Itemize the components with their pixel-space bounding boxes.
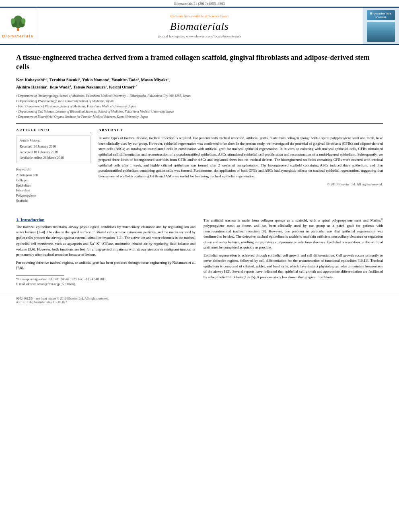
sciencedirect-name: ScienceDirect <box>208 14 228 18</box>
author-1: Ken Kobayashia,b, <box>16 78 49 82</box>
keyword-6: Scaffold <box>16 198 90 203</box>
author-2: Teruhisa Suzukia, <box>49 78 82 82</box>
article-info-header: ARTICLE INFO <box>16 128 90 133</box>
journal-badge: Biomaterials JOURNAL <box>367 10 395 20</box>
author-name-4: Yasuhiro Tada <box>111 78 138 82</box>
badge-subtitle: JOURNAL <box>369 16 393 18</box>
author-6: Akihiro Hazamac, <box>16 85 49 89</box>
keywords-label: Keywords: <box>16 167 90 171</box>
aff-text-a: Department of Otolaryngology, School of … <box>18 94 191 99</box>
intro-body-text: The tracheal epithelium maintains airway… <box>16 224 195 271</box>
article-history-block: Article history: Received 14 January 201… <box>16 136 90 163</box>
author-7: Ikuo Wadad, <box>49 85 73 89</box>
elsevier-wordmark: Biomaterials <box>2 34 33 38</box>
author-sup-8: e <box>106 84 107 87</box>
body-left-column: 1. Introduction The tracheal epithelium … <box>16 217 195 287</box>
keyword-4: Fibroblast <box>16 188 90 193</box>
intro-number: 1. <box>16 217 19 222</box>
aff-text-e: Department of Bioartificial Organs, Inst… <box>18 115 148 119</box>
aff-sup-e: e <box>16 115 17 119</box>
badge-title-text: Biomaterials <box>369 12 393 15</box>
copyright-line: © 2010 Elsevier Ltd. All rights reserved… <box>99 182 383 186</box>
author-9: Koichi Omoria,* <box>109 85 137 89</box>
footer: 0142-9612/$ – see front matter © 2010 El… <box>0 295 399 306</box>
page-wrapper: Biomaterials 31 (2010) 4855–4863 Biomate… <box>0 0 399 306</box>
footer-doi: doi:10.1016/j.biomaterials.2010.02.027 <box>16 300 383 304</box>
sciencedirect-link[interactable]: Contents lists available at ScienceDirec… <box>171 14 229 18</box>
date-available: Available online 26 March 2010 <box>20 155 87 161</box>
intro-para-2: For covering defective tracheal regions,… <box>16 260 195 271</box>
affiliation-c: c First Department of Physiology, School… <box>16 104 383 109</box>
intro-title-text: Introduction <box>21 217 45 222</box>
intro-para-1: The tracheal epithelium maintains airway… <box>16 224 195 258</box>
author-sup-9: a,* <box>134 84 137 87</box>
right-para-1: The artificial trachea is made from coll… <box>204 217 383 251</box>
journal-header: Biomaterials Contents lists available at… <box>0 7 399 45</box>
affiliation-b: b Department of Pharmacology, Keio Unive… <box>16 99 383 104</box>
abstract-paragraph: In some types of tracheal disease, trach… <box>99 136 383 179</box>
author-name-1: Ken Kobayashi <box>16 78 44 82</box>
author-name-5: Masao Miyake <box>141 78 167 82</box>
affiliation-e: e Department of Bioartificial Organs, In… <box>16 115 383 119</box>
aff-text-c: First Department of Physiology, School o… <box>18 104 136 109</box>
abstract-header: ABSTRACT <box>99 128 383 133</box>
footnote-corresponding: * Corresponding author. Tel.: +81 24 547… <box>16 277 195 282</box>
author-name-6: Akihiro Hazama <box>16 85 46 89</box>
history-label: Article history: <box>20 138 87 142</box>
footnote-email: E-mail address: omori@fmu.ac.jp (K. Omor… <box>16 282 195 287</box>
author-sup-3: a <box>108 77 109 80</box>
affiliations: a Department of Otolaryngology, School o… <box>16 94 383 119</box>
article-content: A tissue-engineered trachea derived from… <box>0 45 399 212</box>
footnote-divider <box>16 275 64 275</box>
keyword-5: Polypropylene <box>16 193 90 198</box>
date-received: Received 14 January 2010 <box>20 144 87 150</box>
author-3: Yukio Nomotoa, <box>82 78 111 82</box>
contents-text: Contents lists available at <box>171 14 208 18</box>
aff-text-b: Department of Pharmacology, Keio Univers… <box>19 99 114 104</box>
svg-point-4 <box>10 18 14 24</box>
author-name-3: Yukio Nomoto <box>82 78 108 82</box>
author-sup-6: c <box>46 84 47 87</box>
body-right-column: The artificial trachea is made from coll… <box>204 217 383 287</box>
author-8: Tatsuo Nakamurae, <box>73 85 109 89</box>
author-sup-1: a,b <box>44 77 47 80</box>
footer-issn: 0142-9612/$ – see front matter © 2010 El… <box>16 297 383 300</box>
main-body: 1. Introduction The tracheal epithelium … <box>0 212 399 295</box>
author-sup-7: d <box>70 84 71 87</box>
citation-bar: Biomaterials 31 (2010) 4855–4863 <box>0 0 399 7</box>
author-5: Masao Miyakec, <box>141 78 170 82</box>
keywords-block: Keywords: Autologous cell Collagen Epith… <box>16 167 90 203</box>
author-sup-4: a <box>138 77 139 80</box>
authors-line: Ken Kobayashia,b, Teruhisa Suzukia, Yuki… <box>16 77 383 91</box>
intro-section-title: 1. Introduction <box>16 217 195 222</box>
abstract-text: In some types of tracheal disease, trach… <box>99 136 383 179</box>
right-body-text: The artificial trachea is made from coll… <box>204 217 383 280</box>
date-accepted: Accepted 10 February 2010 <box>20 150 87 155</box>
author-name-2: Teruhisa Suzuki <box>49 78 79 82</box>
journal-badge-area: Biomaterials JOURNAL <box>363 8 399 44</box>
right-para-2: Epithelial regeneration is achieved thro… <box>204 253 383 280</box>
svg-point-5 <box>21 18 25 24</box>
info-abstract-layout: ARTICLE INFO Article history: Received 1… <box>16 128 383 203</box>
journal-homepage: journal homepage: www.elsevier.com/locat… <box>158 34 241 38</box>
keyword-1: Autologous cell <box>16 173 90 178</box>
article-title: A tissue-engineered trachea derived from… <box>16 53 383 72</box>
badge-image <box>367 22 395 42</box>
author-sup-2: a <box>79 77 80 80</box>
journal-header-center: Contents lists available at ScienceDirec… <box>36 8 363 44</box>
aff-sup-c: c <box>16 104 17 109</box>
elsevier-logo: Biomaterials <box>2 14 33 38</box>
author-name-9: Koichi Omori <box>109 85 134 89</box>
aff-sup-d: d <box>16 109 18 114</box>
journal-title: Biomaterials <box>170 21 229 33</box>
author-sup-5: c <box>167 77 169 80</box>
elsevier-tree-icon <box>8 14 28 33</box>
aff-sup-a: a <box>16 94 17 99</box>
article-info-column: ARTICLE INFO Article history: Received 1… <box>16 128 90 203</box>
elsevier-logo-area: Biomaterials <box>0 8 36 44</box>
keyword-3: Epithelium <box>16 183 90 188</box>
abstract-column: ABSTRACT In some types of tracheal disea… <box>99 128 383 203</box>
author-4: Yasuhiro Tadaa, <box>111 78 141 82</box>
affiliation-a: a Department of Otolaryngology, School o… <box>16 94 383 99</box>
citation-text: Biomaterials 31 (2010) 4855–4863 <box>174 2 225 6</box>
